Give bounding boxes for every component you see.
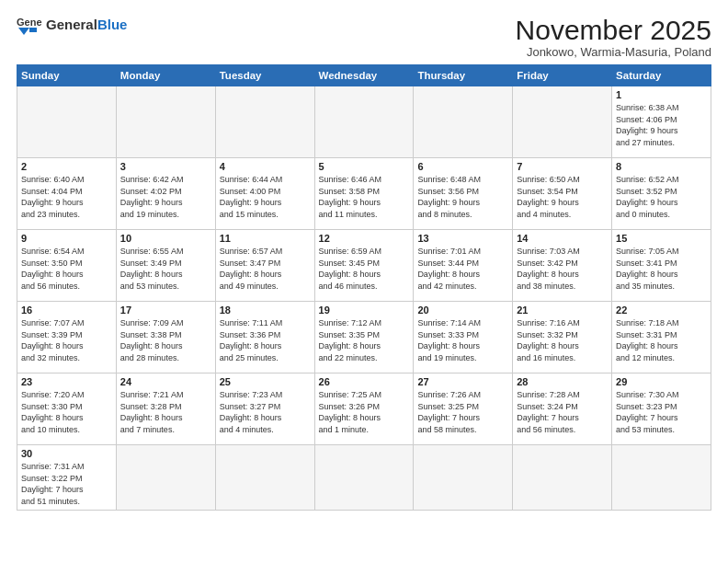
day-number: 10 bbox=[120, 233, 211, 244]
table-row: 18Sunrise: 7:11 AM Sunset: 3:36 PM Dayli… bbox=[215, 302, 314, 373]
day-info: Sunrise: 7:30 AM Sunset: 3:23 PM Dayligh… bbox=[616, 389, 707, 435]
day-number: 20 bbox=[417, 304, 508, 316]
day-info: Sunrise: 7:25 AM Sunset: 3:26 PM Dayligh… bbox=[319, 389, 410, 435]
day-info: Sunrise: 6:40 AM Sunset: 4:04 PM Dayligh… bbox=[21, 174, 112, 220]
day-number: 14 bbox=[517, 233, 608, 244]
header: General GeneralBlue November 2025 Jonkow… bbox=[17, 15, 711, 59]
day-number: 29 bbox=[616, 376, 707, 387]
table-row: 5Sunrise: 6:46 AM Sunset: 3:58 PM Daylig… bbox=[314, 158, 414, 230]
table-row: 1Sunrise: 6:38 AM Sunset: 4:06 PM Daylig… bbox=[612, 86, 711, 158]
col-sunday: Sunday bbox=[17, 65, 117, 86]
month-title: November 2025 bbox=[516, 15, 711, 45]
table-row: 8Sunrise: 6:52 AM Sunset: 3:52 PM Daylig… bbox=[612, 158, 711, 230]
day-info: Sunrise: 7:28 AM Sunset: 3:24 PM Dayligh… bbox=[517, 389, 608, 435]
table-row: 11Sunrise: 6:57 AM Sunset: 3:47 PM Dayli… bbox=[215, 230, 314, 302]
calendar-week-row: 30Sunrise: 7:31 AM Sunset: 3:22 PM Dayli… bbox=[17, 445, 711, 511]
day-info: Sunrise: 7:07 AM Sunset: 3:39 PM Dayligh… bbox=[21, 317, 112, 363]
table-row: 24Sunrise: 7:21 AM Sunset: 3:28 PM Dayli… bbox=[116, 373, 215, 445]
calendar: Sunday Monday Tuesday Wednesday Thursday… bbox=[17, 64, 711, 511]
day-info: Sunrise: 7:01 AM Sunset: 3:44 PM Dayligh… bbox=[417, 246, 508, 292]
table-row: 13Sunrise: 7:01 AM Sunset: 3:44 PM Dayli… bbox=[414, 230, 513, 302]
day-info: Sunrise: 6:38 AM Sunset: 4:06 PM Dayligh… bbox=[616, 102, 707, 148]
logo: General GeneralBlue bbox=[17, 15, 127, 35]
logo-text: GeneralBlue bbox=[46, 17, 127, 33]
day-info: Sunrise: 6:46 AM Sunset: 3:58 PM Dayligh… bbox=[319, 174, 410, 220]
table-row: 17Sunrise: 7:09 AM Sunset: 3:38 PM Dayli… bbox=[116, 302, 215, 373]
day-info: Sunrise: 7:31 AM Sunset: 3:22 PM Dayligh… bbox=[21, 461, 112, 507]
day-number: 9 bbox=[21, 233, 112, 244]
day-number: 8 bbox=[616, 161, 707, 172]
day-info: Sunrise: 7:21 AM Sunset: 3:28 PM Dayligh… bbox=[120, 389, 211, 435]
day-info: Sunrise: 6:42 AM Sunset: 4:02 PM Dayligh… bbox=[120, 174, 211, 220]
day-number: 30 bbox=[21, 448, 112, 459]
day-number: 17 bbox=[120, 304, 211, 316]
table-row: 3Sunrise: 6:42 AM Sunset: 4:02 PM Daylig… bbox=[116, 158, 215, 230]
day-info: Sunrise: 7:16 AM Sunset: 3:32 PM Dayligh… bbox=[517, 317, 608, 363]
col-monday: Monday bbox=[116, 65, 215, 86]
table-row: 6Sunrise: 6:48 AM Sunset: 3:56 PM Daylig… bbox=[414, 158, 513, 230]
table-row: 21Sunrise: 7:16 AM Sunset: 3:32 PM Dayli… bbox=[513, 302, 612, 373]
svg-text:General: General bbox=[17, 17, 42, 28]
calendar-header-row: Sunday Monday Tuesday Wednesday Thursday… bbox=[17, 65, 711, 86]
col-saturday: Saturday bbox=[612, 65, 711, 86]
day-number: 22 bbox=[616, 304, 707, 316]
title-block: November 2025 Jonkowo, Warmia-Masuria, P… bbox=[516, 15, 711, 59]
table-row bbox=[314, 86, 414, 158]
table-row bbox=[17, 86, 117, 158]
day-number: 27 bbox=[417, 376, 508, 387]
table-row: 12Sunrise: 6:59 AM Sunset: 3:45 PM Dayli… bbox=[314, 230, 414, 302]
table-row: 26Sunrise: 7:25 AM Sunset: 3:26 PM Dayli… bbox=[314, 373, 414, 445]
day-number: 12 bbox=[319, 233, 410, 244]
table-row: 2Sunrise: 6:40 AM Sunset: 4:04 PM Daylig… bbox=[17, 158, 117, 230]
location: Jonkowo, Warmia-Masuria, Poland bbox=[516, 45, 711, 59]
calendar-week-row: 9Sunrise: 6:54 AM Sunset: 3:50 PM Daylig… bbox=[17, 230, 711, 302]
day-number: 2 bbox=[21, 161, 112, 172]
svg-marker-1 bbox=[18, 28, 29, 35]
day-info: Sunrise: 6:57 AM Sunset: 3:47 PM Dayligh… bbox=[220, 246, 311, 292]
day-number: 18 bbox=[220, 304, 311, 316]
table-row: 27Sunrise: 7:26 AM Sunset: 3:25 PM Dayli… bbox=[414, 373, 513, 445]
calendar-week-row: 1Sunrise: 6:38 AM Sunset: 4:06 PM Daylig… bbox=[17, 86, 711, 158]
day-info: Sunrise: 7:03 AM Sunset: 3:42 PM Dayligh… bbox=[517, 246, 608, 292]
table-row: 28Sunrise: 7:28 AM Sunset: 3:24 PM Dayli… bbox=[513, 373, 612, 445]
day-number: 3 bbox=[120, 161, 211, 172]
table-row: 4Sunrise: 6:44 AM Sunset: 4:00 PM Daylig… bbox=[215, 158, 314, 230]
calendar-week-row: 16Sunrise: 7:07 AM Sunset: 3:39 PM Dayli… bbox=[17, 302, 711, 373]
day-number: 4 bbox=[220, 161, 311, 172]
table-row bbox=[116, 86, 215, 158]
calendar-week-row: 2Sunrise: 6:40 AM Sunset: 4:04 PM Daylig… bbox=[17, 158, 711, 230]
table-row bbox=[215, 445, 314, 511]
day-info: Sunrise: 6:50 AM Sunset: 3:54 PM Dayligh… bbox=[517, 174, 608, 220]
logo-icon: General bbox=[17, 15, 42, 35]
table-row bbox=[215, 86, 314, 158]
day-info: Sunrise: 7:11 AM Sunset: 3:36 PM Dayligh… bbox=[220, 317, 311, 363]
col-tuesday: Tuesday bbox=[215, 65, 314, 86]
col-friday: Friday bbox=[513, 65, 612, 86]
svg-rect-2 bbox=[29, 28, 37, 32]
day-info: Sunrise: 7:23 AM Sunset: 3:27 PM Dayligh… bbox=[220, 389, 311, 435]
day-info: Sunrise: 7:05 AM Sunset: 3:41 PM Dayligh… bbox=[616, 246, 707, 292]
day-info: Sunrise: 7:18 AM Sunset: 3:31 PM Dayligh… bbox=[616, 317, 707, 363]
table-row bbox=[414, 445, 513, 511]
day-number: 26 bbox=[319, 376, 410, 387]
day-number: 19 bbox=[319, 304, 410, 316]
day-info: Sunrise: 7:09 AM Sunset: 3:38 PM Dayligh… bbox=[120, 317, 211, 363]
day-info: Sunrise: 7:20 AM Sunset: 3:30 PM Dayligh… bbox=[21, 389, 112, 435]
col-thursday: Thursday bbox=[414, 65, 513, 86]
table-row: 14Sunrise: 7:03 AM Sunset: 3:42 PM Dayli… bbox=[513, 230, 612, 302]
table-row bbox=[612, 445, 711, 511]
day-number: 25 bbox=[220, 376, 311, 387]
table-row: 9Sunrise: 6:54 AM Sunset: 3:50 PM Daylig… bbox=[17, 230, 117, 302]
table-row: 23Sunrise: 7:20 AM Sunset: 3:30 PM Dayli… bbox=[17, 373, 117, 445]
col-wednesday: Wednesday bbox=[314, 65, 414, 86]
page: General GeneralBlue November 2025 Jonkow… bbox=[0, 0, 728, 563]
day-info: Sunrise: 7:26 AM Sunset: 3:25 PM Dayligh… bbox=[417, 389, 508, 435]
day-info: Sunrise: 6:48 AM Sunset: 3:56 PM Dayligh… bbox=[417, 174, 508, 220]
day-info: Sunrise: 7:14 AM Sunset: 3:33 PM Dayligh… bbox=[417, 317, 508, 363]
table-row: 7Sunrise: 6:50 AM Sunset: 3:54 PM Daylig… bbox=[513, 158, 612, 230]
day-info: Sunrise: 6:44 AM Sunset: 4:00 PM Dayligh… bbox=[220, 174, 311, 220]
table-row bbox=[513, 86, 612, 158]
table-row: 22Sunrise: 7:18 AM Sunset: 3:31 PM Dayli… bbox=[612, 302, 711, 373]
table-row bbox=[414, 86, 513, 158]
table-row: 25Sunrise: 7:23 AM Sunset: 3:27 PM Dayli… bbox=[215, 373, 314, 445]
